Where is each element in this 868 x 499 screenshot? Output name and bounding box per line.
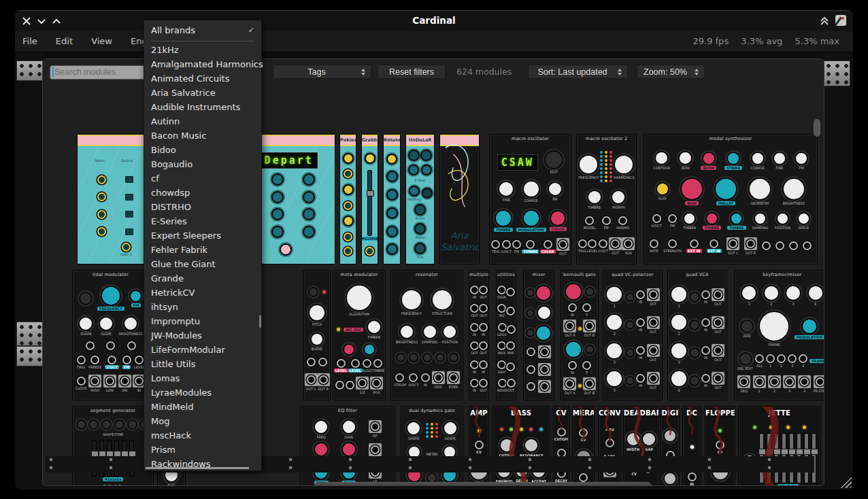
knob[interactable] xyxy=(449,353,458,362)
knob[interactable] xyxy=(386,207,398,219)
knob[interactable] xyxy=(689,375,700,386)
knob[interactable] xyxy=(414,223,426,235)
jack-port[interactable] xyxy=(106,341,115,350)
knob[interactable] xyxy=(740,320,754,333)
knob[interactable] xyxy=(754,212,767,225)
jack-port[interactable] xyxy=(479,341,488,350)
knob[interactable] xyxy=(670,342,688,360)
jack-port[interactable] xyxy=(701,346,710,355)
brand-menu-item[interactable]: Fehler Fabrik xyxy=(144,243,261,257)
knob[interactable] xyxy=(303,208,315,220)
jack-port[interactable] xyxy=(611,239,620,248)
jack-port[interactable] xyxy=(470,323,479,332)
jack-port[interactable] xyxy=(344,247,352,256)
jack-port[interactable] xyxy=(582,303,591,312)
knob[interactable] xyxy=(550,210,566,226)
switch[interactable] xyxy=(125,176,133,183)
knob[interactable] xyxy=(654,151,669,165)
brand-menu-item[interactable]: Audible Instruments xyxy=(144,100,261,114)
module-card-cv[interactable]: CVCUTOFFRESDECAYENVMOD xyxy=(553,406,569,486)
jack-port[interactable] xyxy=(90,356,99,364)
knob[interactable] xyxy=(409,353,418,362)
brand-menu-item[interactable]: chowdsp xyxy=(144,186,261,200)
knob[interactable] xyxy=(367,320,382,334)
knob[interactable] xyxy=(271,173,284,186)
module-card-mera[interactable]: MERACVPRE xyxy=(572,406,595,486)
knob[interactable] xyxy=(443,421,458,436)
jack-port[interactable] xyxy=(475,441,484,449)
knob[interactable] xyxy=(785,285,801,301)
jack-port[interactable] xyxy=(527,365,535,374)
knob[interactable] xyxy=(587,190,602,205)
knob[interactable] xyxy=(548,182,563,196)
jack-port[interactable] xyxy=(97,210,106,219)
knob[interactable] xyxy=(442,324,457,339)
knob[interactable] xyxy=(271,226,284,238)
jack-port[interactable] xyxy=(479,379,488,388)
jack-port[interactable] xyxy=(650,239,658,248)
knob[interactable] xyxy=(499,438,514,453)
jack-port[interactable] xyxy=(777,354,786,363)
knob[interactable] xyxy=(801,318,818,334)
knob[interactable] xyxy=(280,243,292,256)
jack-port[interactable] xyxy=(785,377,794,386)
jack-port[interactable] xyxy=(701,290,710,299)
switch[interactable] xyxy=(125,211,133,218)
jack-port[interactable] xyxy=(122,356,131,364)
jack-port[interactable] xyxy=(775,241,784,250)
jack-port[interactable] xyxy=(358,379,367,388)
knob[interactable] xyxy=(314,442,329,457)
jack-port[interactable] xyxy=(668,239,677,248)
brand-menu-item[interactable]: LyraeModules xyxy=(144,385,261,400)
jack-port[interactable] xyxy=(307,375,316,384)
brand-menu-item[interactable]: JW-Modules xyxy=(144,328,261,343)
brand-menu-item[interactable]: Expert Sleepers xyxy=(144,228,261,243)
knob[interactable] xyxy=(308,304,326,322)
jack-port[interactable] xyxy=(105,377,114,385)
knob[interactable] xyxy=(303,173,315,186)
jack-port[interactable] xyxy=(497,341,506,350)
jack-port[interactable] xyxy=(568,361,577,370)
knob[interactable] xyxy=(308,287,318,297)
brand-menu-item[interactable]: E-Series xyxy=(144,214,261,228)
jack-port[interactable] xyxy=(755,377,764,386)
brand-menu-item[interactable]: DISTRHO xyxy=(144,200,261,214)
knob[interactable] xyxy=(625,292,635,302)
jack-port[interactable] xyxy=(77,377,86,385)
jack-port[interactable] xyxy=(690,239,699,248)
reset-filters-button[interactable]: Reset filters xyxy=(378,65,446,79)
jack-port[interactable] xyxy=(582,361,591,370)
jack-port[interactable] xyxy=(799,354,807,363)
knob[interactable] xyxy=(670,286,688,303)
jack-port[interactable] xyxy=(579,428,588,437)
knob[interactable] xyxy=(343,153,354,164)
knob[interactable] xyxy=(683,212,696,225)
knob[interactable] xyxy=(702,152,716,165)
knob[interactable] xyxy=(435,353,445,362)
knob[interactable] xyxy=(795,152,808,165)
jack-port[interactable] xyxy=(729,239,737,248)
jack-port[interactable] xyxy=(307,358,316,366)
knob[interactable] xyxy=(526,288,535,297)
knob[interactable] xyxy=(271,191,284,203)
knob[interactable] xyxy=(343,184,354,195)
jack-port[interactable] xyxy=(540,347,549,356)
knob[interactable] xyxy=(522,209,540,227)
jack-port[interactable] xyxy=(506,341,515,350)
jack-port[interactable] xyxy=(90,377,99,385)
jack-port[interactable] xyxy=(714,318,722,327)
jack-port[interactable] xyxy=(107,356,116,364)
knob[interactable] xyxy=(401,289,422,311)
knob[interactable] xyxy=(565,283,582,300)
module-card-eq-filter[interactable]: EQ filterFREQGAINHPFREQGAINBPFREQGAINLPF… xyxy=(300,406,395,486)
jack-port[interactable] xyxy=(816,377,824,386)
knob[interactable] xyxy=(705,212,718,225)
brand-menu-item[interactable]: cf xyxy=(144,171,261,186)
knob[interactable] xyxy=(396,353,405,362)
knob[interactable] xyxy=(408,150,420,161)
jack-port[interactable] xyxy=(470,379,479,388)
knob[interactable] xyxy=(670,313,688,331)
menu-item-file[interactable]: File xyxy=(15,31,45,46)
brand-menu-item[interactable]: Glue the Giant xyxy=(144,257,261,271)
jack-port[interactable] xyxy=(479,323,488,332)
